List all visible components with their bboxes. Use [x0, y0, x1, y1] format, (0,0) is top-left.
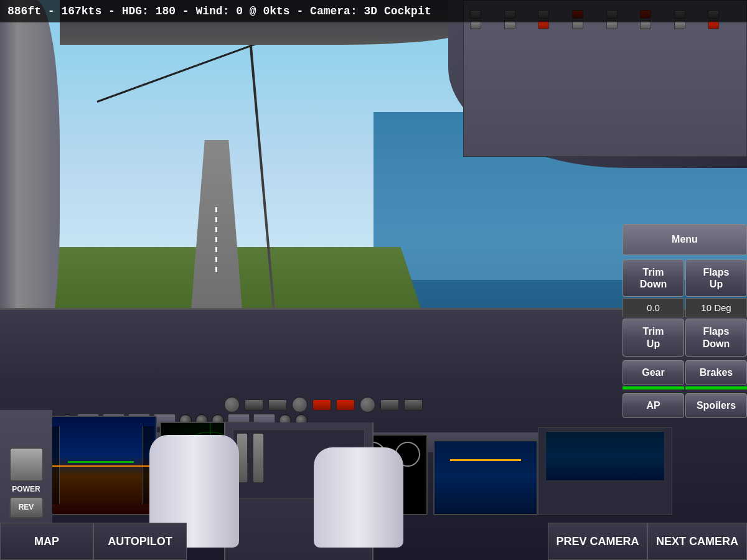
gear-button[interactable]: Gear [622, 360, 684, 385]
right-control-panel: Menu Trim Down Flaps Up 0.0 10 Deg Trim … [622, 224, 747, 418]
gear-indicator [622, 386, 684, 390]
pfd-flight-director [68, 461, 134, 463]
ap-spoilers-row: AP Spoilers [622, 393, 747, 418]
autopilot-label: AUTOPILOT [108, 535, 172, 548]
pfd-horizon [46, 465, 156, 467]
runway-markings [215, 207, 217, 274]
right-display-inner-1 [546, 432, 665, 480]
panel-button-small[interactable] [404, 399, 423, 411]
nav-large-display [433, 440, 538, 515]
prev-camera-button[interactable]: PREV CAMERA [548, 523, 647, 560]
panel-knob[interactable] [292, 397, 308, 413]
pfd-display [45, 416, 157, 515]
right-display-1 [545, 431, 665, 481]
gear-button-container: Gear [622, 360, 684, 390]
flaps-down-button[interactable]: Flaps Down [685, 319, 747, 356]
panel-knob[interactable] [224, 397, 240, 413]
trim-down-label: Trim Down [640, 266, 667, 290]
brakes-indicator [685, 386, 747, 390]
pfd-inner [46, 417, 156, 514]
map-button[interactable]: MAP [0, 523, 93, 560]
menu-label: Menu [672, 234, 698, 245]
panel-button-small[interactable] [380, 399, 399, 411]
trim-up-label: Trim Up [643, 325, 664, 349]
flaps-up-label: Flaps Up [703, 266, 730, 290]
rev-label: REV [19, 503, 34, 511]
bottom-button-bar: MAP AUTOPILOT PREV CAMERA NEXT CAMERA [0, 523, 747, 560]
map-label: MAP [34, 535, 59, 548]
trim-flaps-row-2: Trim Up Flaps Down [622, 319, 747, 356]
trim-value-display: 0.0 [622, 298, 684, 317]
brakes-label: Brakes [700, 367, 733, 378]
autopilot-button[interactable]: AUTOPILOT [93, 523, 187, 560]
panel-button-red[interactable] [336, 399, 355, 411]
flaps-value-display: 10 Deg [685, 298, 747, 317]
panel-button-small[interactable] [245, 399, 263, 411]
ap-button[interactable]: AP [622, 393, 684, 418]
bottom-spacer [187, 523, 548, 560]
hsi-course-bar [450, 459, 522, 461]
flaps-down-label: Flaps Down [703, 325, 730, 349]
menu-button[interactable]: Menu [622, 224, 747, 255]
power-button[interactable] [9, 447, 44, 482]
right-instruments-panel [538, 427, 672, 515]
panel-knob[interactable] [360, 397, 375, 413]
trim-down-button[interactable]: Trim Down [622, 259, 684, 297]
rev-button[interactable]: REV [9, 497, 44, 518]
ap-label: AP [646, 400, 660, 411]
panel-button-small[interactable] [268, 399, 287, 411]
gear-label: Gear [642, 367, 664, 378]
left-side-panel: POWER REV [0, 410, 52, 535]
nav-large-inner [435, 441, 537, 514]
panel-texture-row [224, 395, 523, 415]
ceiling-panel [463, 0, 747, 157]
hud-status-text: 886ft - 167kts - HDG: 180 - Wind: 0 @ 0k… [7, 5, 431, 17]
brakes-button-container: Brakes [685, 360, 747, 390]
flaps-value: 10 Deg [701, 302, 731, 313]
next-camera-label: NEXT CAMERA [656, 535, 738, 548]
flaps-up-button[interactable]: Flaps Up [685, 259, 747, 297]
throttle-lever-2[interactable] [253, 433, 264, 483]
trim-flaps-row-1: Trim Down Flaps Up [622, 259, 747, 297]
panel-button-red[interactable] [312, 399, 331, 411]
spoilers-button[interactable]: Spoilers [685, 393, 747, 418]
power-label: POWER [12, 485, 40, 493]
trim-value: 0.0 [647, 302, 660, 313]
trim-flaps-values-row: 0.0 10 Deg [622, 298, 747, 317]
trim-up-button[interactable]: Trim Up [622, 319, 684, 356]
hud-overlay: 886ft - 167kts - HDG: 180 - Wind: 0 @ 0k… [0, 0, 747, 22]
brakes-button[interactable]: Brakes [685, 360, 747, 385]
spoilers-label: Spoilers [697, 400, 736, 411]
prev-camera-label: PREV CAMERA [556, 535, 639, 548]
next-camera-button[interactable]: NEXT CAMERA [647, 523, 747, 560]
gear-brakes-row: Gear Brakes [622, 360, 747, 390]
